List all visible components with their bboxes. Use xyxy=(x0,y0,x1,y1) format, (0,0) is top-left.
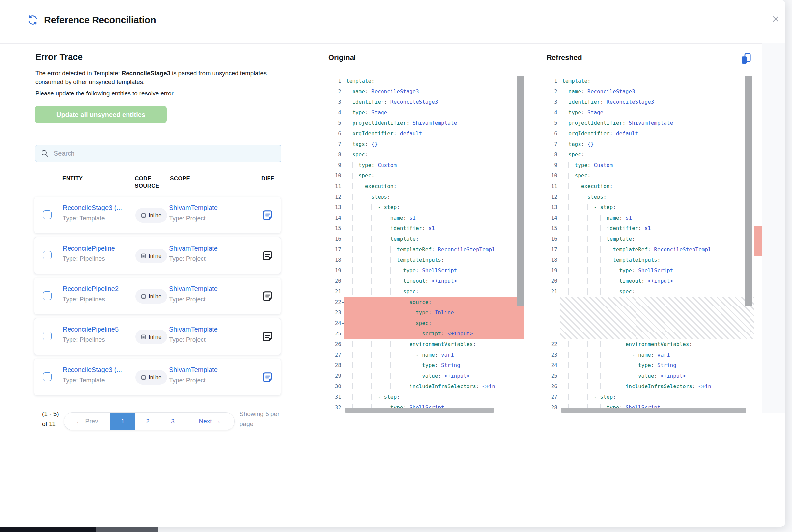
row-checkbox[interactable] xyxy=(43,332,52,340)
update-all-unsynced-entities-button[interactable]: Update all unsynced entities xyxy=(35,106,167,123)
scope-link[interactable]: ShivamTemplate xyxy=(169,326,218,333)
entity-link[interactable]: ReconcileStage3 (... xyxy=(62,366,122,374)
entity-link[interactable]: ReconcilePipeline5 xyxy=(62,326,118,333)
scope-type-label: Type: Project xyxy=(169,377,206,384)
code-line: 7 tags: {} xyxy=(329,139,524,150)
diff-icon[interactable] xyxy=(262,329,277,344)
scope-link[interactable]: ShivamTemplate xyxy=(169,204,218,212)
code-line: 17 templateRef: ReconcileStepTempl xyxy=(329,244,524,255)
code-line: 5 projectIdentifier: ShivamTemplate xyxy=(329,118,524,128)
close-icon[interactable] xyxy=(769,13,782,26)
code-line: 18 templateInputs: xyxy=(329,255,524,265)
inline-source-icon xyxy=(141,213,146,218)
code-line: 13 - step: xyxy=(329,202,524,213)
code-line: 3 identifier: ReconcileStage3 xyxy=(329,97,524,107)
code-line: 19 type: ShellScript xyxy=(329,265,524,276)
code-line: 21 spec: xyxy=(329,286,524,297)
entity-type-label: Type: Template xyxy=(62,215,105,222)
scope-link[interactable]: ShivamTemplate xyxy=(169,285,218,293)
code-source-badge: Inline xyxy=(135,370,167,384)
overview-ruler-track xyxy=(762,43,786,414)
row-checkbox[interactable] xyxy=(43,291,52,300)
code-line: 30 includeInfraSelectors: <+in xyxy=(329,381,524,392)
code-line: 25– script: <+input> xyxy=(329,328,524,339)
code-source-badge: Inline xyxy=(135,208,167,223)
code-line: 4 type: Stage xyxy=(329,107,524,118)
code-line: 9 type: Custom xyxy=(545,160,754,171)
code-line: 11 execution: xyxy=(545,181,754,192)
refreshed-vertical-scrollbar[interactable] xyxy=(745,76,753,306)
original-horizontal-scrollbar[interactable] xyxy=(345,407,494,413)
code-line: 11 execution: xyxy=(329,181,524,192)
entity-table: ReconcileStage3 (...Type: TemplateInline… xyxy=(34,196,281,399)
original-vertical-scrollbar[interactable] xyxy=(517,76,524,306)
page-button-2[interactable]: 2 xyxy=(135,413,160,430)
next-page-button[interactable]: Next → xyxy=(185,413,234,430)
error-description: The error detected in Template: Reconcil… xyxy=(35,69,268,86)
pagination-control: ← Prev 123 Next → xyxy=(63,413,235,430)
code-line: 14 name: s1 xyxy=(545,213,754,223)
search-input[interactable] xyxy=(53,150,276,158)
code-line: 7 tags: {} xyxy=(545,139,754,150)
original-code-panel: 1template:2 name: ReconcileStage33 ident… xyxy=(329,71,524,414)
column-header-entity: ENTITY xyxy=(62,175,83,183)
table-row: ReconcileStage3 (...Type: TemplateInline… xyxy=(34,359,281,395)
column-header-code-source: CODE SOURCE xyxy=(135,175,168,190)
entity-link[interactable]: ReconcilePipeline2 xyxy=(62,285,118,293)
row-checkbox[interactable] xyxy=(43,251,52,260)
scope-link[interactable]: ShivamTemplate xyxy=(169,245,218,252)
prev-page-button[interactable]: ← Prev xyxy=(64,413,110,430)
code-line: 27 - step: xyxy=(545,392,754,402)
original-gutter-separator xyxy=(344,71,344,414)
scope-type-label: Type: Project xyxy=(169,336,206,343)
entity-link[interactable]: ReconcileStage3 (... xyxy=(62,204,122,212)
code-line: 9 type: Custom xyxy=(329,160,524,171)
page-button-3[interactable]: 3 xyxy=(160,413,185,430)
code-line: 8 spec: xyxy=(545,150,754,160)
diff-icon[interactable] xyxy=(262,248,277,263)
code-line: 8 spec: xyxy=(329,150,524,160)
code-line: 15 identifier: s1 xyxy=(545,223,754,234)
page-button-1[interactable]: 1 xyxy=(110,413,135,430)
showing-per-page-label: Showing 5 per page xyxy=(240,409,282,429)
entity-link[interactable]: ReconcilePipeline xyxy=(62,245,115,252)
code-line: 26 environmentVariables: xyxy=(329,339,524,349)
diff-icon[interactable] xyxy=(262,208,277,223)
search-box xyxy=(35,145,281,162)
code-line: 6 orgIdentifier: default xyxy=(545,128,754,139)
header-divider xyxy=(0,43,786,44)
copy-icon[interactable] xyxy=(740,51,754,66)
code-line: 21 spec: xyxy=(545,286,754,297)
table-row: ReconcilePipeline5Type: PipelinesInlineS… xyxy=(34,318,281,355)
code-line: 24– spec: xyxy=(329,318,524,328)
entity-type-label: Type: Pipelines xyxy=(62,255,105,262)
code-line: 17 templateRef: ReconcileStepTempl xyxy=(545,244,754,255)
code-line: 26 includeInfraSelectors: <+in xyxy=(545,381,754,392)
column-header-scope: SCOPE xyxy=(170,175,190,183)
right-arrow-icon: → xyxy=(215,418,221,425)
code-line: 5 projectIdentifier: ShivamTemplate xyxy=(545,118,754,128)
diff-icon[interactable] xyxy=(262,289,277,304)
code-line: 1template: xyxy=(329,76,524,86)
inline-source-icon xyxy=(141,253,146,259)
code-source-badge: Inline xyxy=(135,249,167,263)
entity-type-label: Type: Template xyxy=(62,377,105,384)
code-source-badge: Inline xyxy=(135,329,167,344)
original-panel-title: Original xyxy=(329,53,356,62)
code-line: 12 steps: xyxy=(545,192,754,202)
refreshed-horizontal-scrollbar[interactable] xyxy=(561,407,746,413)
scope-link[interactable]: ShivamTemplate xyxy=(169,366,218,374)
code-line: 23– type: Inline xyxy=(329,307,524,318)
code-line: 13 - step: xyxy=(545,202,754,213)
code-line: 19 type: ShellScript xyxy=(545,265,754,276)
table-row: ReconcilePipeline2Type: PipelinesInlineS… xyxy=(34,278,281,315)
scope-type-label: Type: Project xyxy=(169,255,206,262)
diff-icon[interactable] xyxy=(262,370,277,385)
row-checkbox[interactable] xyxy=(43,372,52,381)
entity-type-label: Type: Pipelines xyxy=(62,296,105,303)
code-line: 6 orgIdentifier: default xyxy=(329,128,524,139)
scope-type-label: Type: Project xyxy=(169,215,206,222)
code-line: 20 timeout: <+input> xyxy=(329,276,524,286)
section-divider xyxy=(35,136,281,136)
row-checkbox[interactable] xyxy=(43,210,52,219)
